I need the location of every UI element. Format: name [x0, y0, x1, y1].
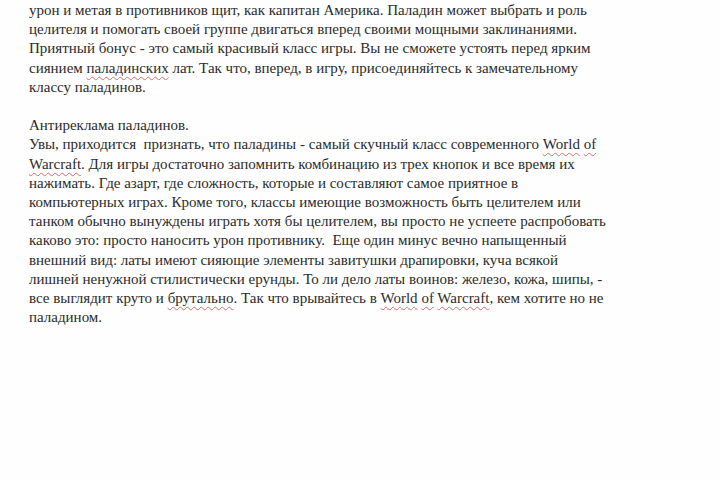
text-segment: лат. Так что, вперед, в игру, присоединя…: [169, 60, 578, 76]
text-line: сиянием паладинских лат. Так что, вперед…: [29, 59, 709, 78]
text-segment: лишней ненужной стилистически ерунды. То…: [29, 271, 602, 287]
text-segment: нажимать. Где азарт, где сложность, кото…: [29, 175, 518, 191]
misspelled-word: of: [584, 136, 597, 152]
text-line: внешний вид: латы имеют сияющие элементы…: [29, 251, 709, 270]
text-segment: каково это: просто наносить урон противн…: [29, 232, 567, 248]
misspelled-word: Warcraft: [437, 290, 489, 306]
text-segment: танком обычно вынуждены играть хотя бы ц…: [29, 213, 606, 229]
misspelled-word: World: [381, 290, 418, 306]
text-segment: Приятный бонус - это самый красивый клас…: [29, 40, 591, 56]
text-segment: Антиреклама паладинов.: [29, 117, 189, 133]
text-segment: целителя и помогать своей группе двигать…: [29, 21, 577, 37]
text-line: танком обычно вынуждены играть хотя бы ц…: [29, 212, 709, 231]
text-segment: . Так что врывайтесь в: [233, 290, 380, 306]
text-segment: паладином.: [29, 309, 102, 325]
misspelled-word: брутально: [168, 290, 234, 306]
misspelled-word: World: [543, 136, 580, 152]
text-line: Приятный бонус - это самый красивый клас…: [29, 39, 709, 58]
text-line: Антиреклама паладинов.: [29, 116, 709, 135]
text-segment: все выглядит круто и: [29, 290, 168, 306]
text-line: классу паладинов.: [29, 78, 709, 97]
text-line: Увы, приходится признать, что паладины -…: [29, 135, 709, 154]
text-line: все выглядит круто и брутально. Так что …: [29, 289, 709, 308]
misspelled-word: Warcraft: [29, 156, 81, 172]
text-segment: , кем хотите но не: [489, 290, 603, 306]
blank-line: [29, 97, 709, 116]
text-segment: сиянием: [29, 60, 87, 76]
misspelled-word: паладинских: [87, 60, 169, 76]
text-line: урон и метая в противников щит, как капи…: [29, 1, 709, 20]
text-line: лишней ненужной стилистически ерунды. То…: [29, 270, 709, 289]
document-text-area[interactable]: урон и метая в противников щит, как капи…: [29, 1, 709, 327]
text-segment: . Для игры достаточно запомнить комбинац…: [81, 156, 575, 172]
document-page: урон и метая в противников щит, как капи…: [0, 0, 720, 480]
text-line: нажимать. Где азарт, где сложность, кото…: [29, 174, 709, 193]
text-segment: классу паладинов.: [29, 79, 146, 95]
misspelled-word: of: [421, 290, 434, 306]
text-line: Warcraft. Для игры достаточно запомнить …: [29, 155, 709, 174]
text-segment: компьютерных играх. Кроме того, классы и…: [29, 194, 581, 210]
text-line: каково это: просто наносить урон противн…: [29, 231, 709, 250]
text-line: целителя и помогать своей группе двигать…: [29, 20, 709, 39]
text-segment: урон и метая в противников щит, как капи…: [29, 2, 587, 18]
text-segment: внешний вид: латы имеют сияющие элементы…: [29, 252, 558, 268]
text-line: компьютерных играх. Кроме того, классы и…: [29, 193, 709, 212]
text-segment: Увы, приходится признать, что паладины -…: [29, 136, 543, 152]
text-line: паладином.: [29, 308, 709, 327]
